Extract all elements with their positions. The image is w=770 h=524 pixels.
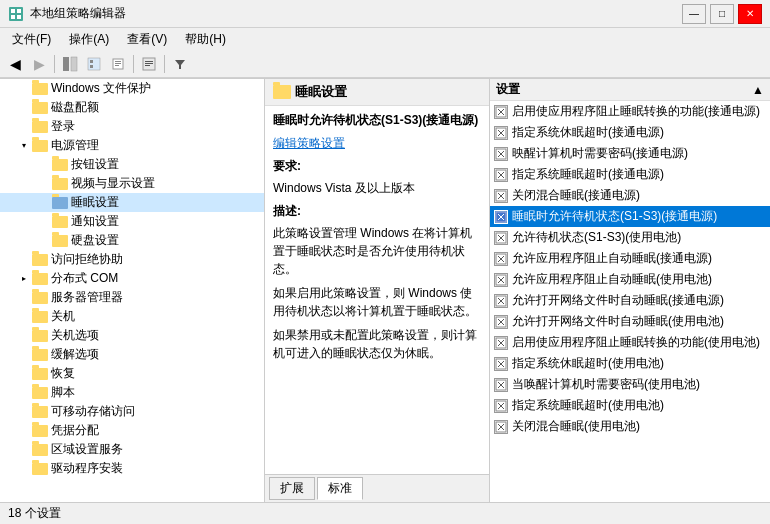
policy-item-15[interactable]: 关闭混合睡眠(使用电池): [490, 416, 770, 437]
folder-icon: [52, 157, 68, 173]
svg-rect-16: [145, 61, 153, 62]
tree-item-button-settings[interactable]: 按钮设置: [0, 155, 264, 174]
state-icon-0: [494, 105, 508, 119]
filter-button[interactable]: [169, 53, 191, 75]
policy-item-4[interactable]: 关闭混合睡眠(接通电源): [490, 185, 770, 206]
title-bar: 本地组策略编辑器 — □ ✕: [0, 0, 770, 28]
tree-item-sleep-settings[interactable]: 睡眠设置: [0, 193, 264, 212]
toolbar: ◀ ▶: [0, 50, 770, 78]
tab-standard[interactable]: 标准: [317, 477, 363, 500]
middle-pane: 睡眠设置 睡眠时允许待机状态(S1-S3)(接通电源) 编辑策略设置 要求: W…: [265, 79, 490, 502]
tree-item-power-management[interactable]: ▾ 电源管理: [0, 136, 264, 155]
refresh-button[interactable]: [83, 53, 105, 75]
expander-power[interactable]: ▾: [16, 138, 32, 154]
svg-marker-18: [175, 60, 185, 69]
folder-icon: [32, 252, 48, 268]
menu-action[interactable]: 操作(A): [61, 29, 117, 50]
svg-rect-1: [11, 9, 15, 13]
policy-item-2[interactable]: 映醒计算机时需要密码(接通电源): [490, 143, 770, 164]
policy-item-5[interactable]: 睡眠时允许待机状态(S1-S3)(接通电源): [490, 206, 770, 227]
minimize-button[interactable]: —: [682, 4, 706, 24]
back-button[interactable]: ◀: [4, 53, 26, 75]
policy-item-7[interactable]: 允许应用程序阻止自动睡眠(接通电源): [490, 248, 770, 269]
policy-item-9[interactable]: 允许打开网络文件时自动睡眠(接通电源): [490, 290, 770, 311]
tree-item-harddisk[interactable]: 硬盘设置: [0, 231, 264, 250]
edit-policy-link[interactable]: 编辑策略设置: [273, 136, 345, 150]
window-title: 本地组策略编辑器: [30, 5, 126, 22]
tree-item-notification[interactable]: 通知设置: [0, 212, 264, 231]
right-pane: 设置 ▲ 启用使应用程序阻止睡眠转换的功能(接通电源) 指定系统休眠超时(接通电…: [490, 79, 770, 502]
tree-label: 驱动程序安装: [51, 460, 123, 477]
folder-icon: [52, 214, 68, 230]
maximize-button[interactable]: □: [710, 4, 734, 24]
export-button[interactable]: [107, 53, 129, 75]
state-icon-1: [494, 126, 508, 140]
tree-item-scripts[interactable]: 脚本: [0, 383, 264, 402]
tree-item-distributed-com[interactable]: ▸ 分布式 COM: [0, 269, 264, 288]
tree-label: 访问拒绝协助: [51, 251, 123, 268]
state-icon-6: [494, 231, 508, 245]
folder-icon: [52, 195, 68, 211]
svg-rect-2: [17, 9, 21, 13]
tree-item-access-denied[interactable]: 访问拒绝协助: [0, 250, 264, 269]
left-pane: Windows 文件保护 磁盘配额 登录 ▾ 电源管理 按钮设置: [0, 79, 265, 502]
tree-item-shutdown-options[interactable]: 关机选项: [0, 326, 264, 345]
properties-button[interactable]: [138, 53, 160, 75]
policy-item-6[interactable]: 允许待机状态(S1-S3)(使用电池): [490, 227, 770, 248]
state-icon-11: [494, 336, 508, 350]
policy-title: 睡眠时允许待机状态(S1-S3)(接通电源): [273, 112, 481, 129]
main-area: Windows 文件保护 磁盘配额 登录 ▾ 电源管理 按钮设置: [0, 78, 770, 502]
expander-stub: [16, 385, 32, 401]
menu-bar: 文件(F) 操作(A) 查看(V) 帮助(H): [0, 28, 770, 50]
menu-file[interactable]: 文件(F): [4, 29, 59, 50]
policy-item-1[interactable]: 指定系统休眠超时(接通电源): [490, 122, 770, 143]
close-button[interactable]: ✕: [738, 4, 762, 24]
show-hide-button[interactable]: [59, 53, 81, 75]
policy-item-12[interactable]: 指定系统休眠超时(使用电池): [490, 353, 770, 374]
svg-rect-12: [115, 63, 121, 64]
tab-extend[interactable]: 扩展: [269, 477, 315, 500]
policy-item-10[interactable]: 允许打开网络文件时自动睡眠(使用电池): [490, 311, 770, 332]
tree-item-server-manager[interactable]: 服务器管理器: [0, 288, 264, 307]
tree-item-credential[interactable]: 凭据分配: [0, 421, 264, 440]
policy-item-11[interactable]: 启用使应用程序阻止睡眠转换的功能(使用电池): [490, 332, 770, 353]
expander-com[interactable]: ▸: [16, 271, 32, 287]
forward-button[interactable]: ▶: [28, 53, 50, 75]
svg-rect-8: [90, 60, 93, 63]
tree-item-shutdown[interactable]: 关机: [0, 307, 264, 326]
tree-item-removable-storage[interactable]: 可移动存储访问: [0, 402, 264, 421]
expander-stub: [36, 157, 52, 173]
right-pane-header: 设置 ▲: [490, 79, 770, 101]
tree-item-mitigation[interactable]: 缓解选项: [0, 345, 264, 364]
tree-item-windows-protection[interactable]: Windows 文件保护: [0, 79, 264, 98]
policy-item-3[interactable]: 指定系统睡眠超时(接通电源): [490, 164, 770, 185]
policy-item-13[interactable]: 当唤醒计算机时需要密码(使用电池): [490, 374, 770, 395]
menu-view[interactable]: 查看(V): [119, 29, 175, 50]
tree-item-login[interactable]: 登录: [0, 117, 264, 136]
tree-item-recovery[interactable]: 恢复: [0, 364, 264, 383]
svg-rect-13: [115, 65, 119, 66]
middle-pane-folder-icon: [273, 85, 291, 99]
policy-label-8: 允许应用程序阻止自动睡眠(使用电池): [512, 271, 712, 288]
tree-label: Windows 文件保护: [51, 80, 151, 97]
policy-item-8[interactable]: 允许应用程序阻止自动睡眠(使用电池): [490, 269, 770, 290]
state-icon-8: [494, 273, 508, 287]
policy-item-14[interactable]: 指定系统睡眠超时(使用电池): [490, 395, 770, 416]
folder-icon: [32, 100, 48, 116]
toolbar-separator-1: [54, 55, 55, 73]
svg-rect-9: [90, 65, 93, 68]
tree-label: 睡眠设置: [71, 194, 119, 211]
expander-stub: [16, 290, 32, 306]
tree-item-disk-quota[interactable]: 磁盘配额: [0, 98, 264, 117]
tree-item-video-display[interactable]: 视频与显示设置: [0, 174, 264, 193]
folder-icon: [32, 385, 48, 401]
expander-stub: [16, 461, 32, 477]
tree-item-locale[interactable]: 区域设置服务: [0, 440, 264, 459]
policy-item-0[interactable]: 启用使应用程序阻止睡眠转换的功能(接通电源): [490, 101, 770, 122]
state-icon-14: [494, 399, 508, 413]
tree-item-driver-install[interactable]: 驱动程序安装: [0, 459, 264, 478]
sort-icon: ▲: [752, 83, 764, 97]
policy-label-13: 当唤醒计算机时需要密码(使用电池): [512, 376, 700, 393]
menu-help[interactable]: 帮助(H): [177, 29, 234, 50]
tree-label: 电源管理: [51, 137, 99, 154]
